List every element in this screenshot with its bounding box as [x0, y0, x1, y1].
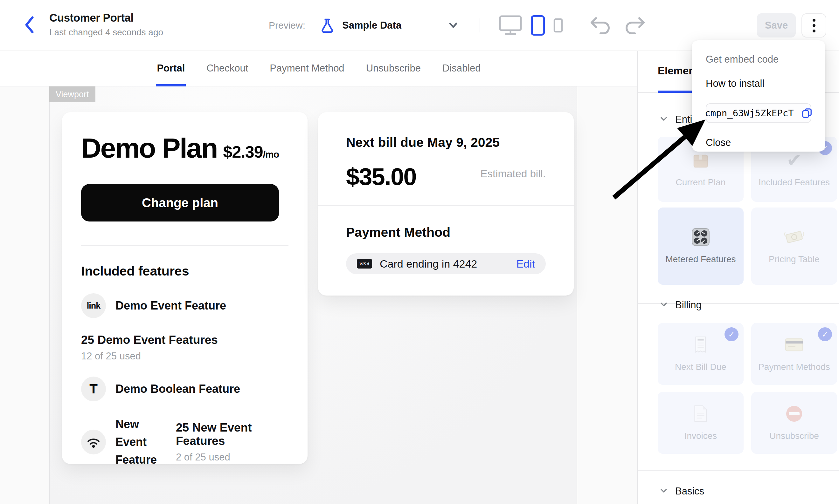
copy-icon[interactable]: [802, 108, 812, 119]
tab-payment-method[interactable]: Payment Method: [269, 51, 345, 86]
current-plan-card: Demo Plan $2.39/mo Change plan Included …: [62, 112, 308, 464]
feature-row-event: link Demo Event Feature: [81, 293, 289, 318]
card-ending-label: Card ending in 4242: [380, 258, 477, 270]
visa-icon: VISA: [357, 259, 372, 269]
header-divider: [479, 18, 480, 32]
menu-item-how-to-install[interactable]: How to install: [706, 78, 811, 89]
tile-invoices[interactable]: Invoices: [658, 392, 744, 454]
change-plan-button[interactable]: Change plan: [81, 184, 279, 221]
included-features-heading: Included features: [81, 264, 289, 279]
redo-icon[interactable]: [623, 16, 646, 35]
next-bill-title: Next bill due May 9, 2025: [346, 135, 546, 150]
no-entry-icon: [785, 403, 803, 424]
history-group: [589, 0, 646, 51]
undo-icon[interactable]: [589, 16, 612, 35]
tablet-view-icon[interactable]: [530, 15, 545, 36]
feature-row-new-event: New Event Feature 25 New Event Features …: [81, 415, 289, 468]
tile-unsubscribe[interactable]: Unsubscribe: [751, 392, 837, 454]
tab-unsubscribe[interactable]: Unsubscribe: [365, 51, 422, 86]
embed-code-field[interactable]: cmpn_63Wj5ZkEPcT: [706, 103, 811, 123]
enabled-check-badge: ✓: [818, 327, 832, 341]
money-icon: [784, 227, 804, 247]
kebab-dot: [812, 19, 816, 22]
edit-card-link[interactable]: Edit: [516, 258, 535, 270]
usage-text: 12 of 25 used: [81, 350, 289, 362]
plan-period: /mo: [263, 149, 279, 160]
kebab-dot: [812, 30, 816, 32]
checkmark-icon: ✔: [787, 150, 802, 170]
preview-value: Sample Data: [342, 20, 401, 31]
receipt-icon: [693, 335, 708, 355]
title-block: Customer Portal Last changed 4 seconds a…: [49, 12, 163, 37]
next-bill-card: Next bill due May 9, 2025 $35.00 Estimat…: [318, 112, 574, 295]
viewport-badge: Viewport: [49, 87, 95, 102]
usage-text: 2 of 25 used: [176, 452, 289, 463]
payment-card-row: VISA Card ending in 4242 Edit: [346, 253, 546, 274]
preview-label: Preview:: [269, 20, 305, 31]
wifi-icon: [81, 430, 106, 454]
payment-method-heading: Payment Method: [346, 225, 546, 240]
flask-icon: [320, 18, 334, 33]
boolean-feature-avatar: T: [81, 377, 106, 401]
chevron-down-icon: [660, 488, 668, 495]
page-tab-bar: Portal Checkout Payment Method Unsubscri…: [0, 51, 638, 87]
mobile-view-icon[interactable]: [554, 18, 563, 33]
editor-canvas: Viewport Demo Plan $2.39/mo Change plan …: [0, 87, 638, 504]
control-knobs-icon: [691, 227, 711, 247]
document-icon: [693, 403, 709, 424]
device-toggle-group: [499, 0, 563, 51]
page-title: Customer Portal: [49, 12, 163, 24]
estimated-bill-note: Estimated bill.: [480, 168, 546, 180]
tile-next-bill-due[interactable]: ✓ Next Bill Due: [658, 323, 744, 385]
link-feature-avatar: link: [81, 293, 106, 318]
desktop-view-icon[interactable]: [499, 15, 522, 36]
tile-payment-methods[interactable]: ✓ Payment Methods: [751, 323, 837, 385]
menu-item-get-embed-code[interactable]: Get embed code: [706, 54, 811, 65]
section-basics[interactable]: Basics: [660, 486, 704, 497]
enabled-check-badge: ✓: [724, 327, 738, 341]
menu-item-close[interactable]: Close: [706, 137, 811, 148]
header-divider: [569, 18, 569, 32]
chevron-down-icon: [449, 22, 458, 29]
chevron-down-icon: [660, 302, 668, 309]
preview-viewport: Viewport Demo Plan $2.39/mo Change plan …: [49, 87, 577, 504]
tab-disabled[interactable]: Disabled: [441, 51, 482, 86]
back-button[interactable]: [23, 16, 36, 35]
section-billing[interactable]: Billing: [660, 299, 702, 311]
tab-portal[interactable]: Portal: [156, 51, 186, 86]
back-chevron-icon: [24, 16, 35, 35]
feature-row-metered: 25 Demo Event Features 12 of 25 used: [81, 334, 289, 362]
preview-selector[interactable]: Preview: Sample Data: [269, 0, 458, 51]
save-button[interactable]: Save: [757, 13, 796, 37]
chevron-down-icon: [660, 116, 668, 123]
sidebar-divider: [638, 470, 839, 471]
embed-code-value: cmpn_63Wj5ZkEPcT: [705, 108, 793, 119]
tile-pricing-table[interactable]: Pricing Table: [751, 208, 837, 285]
plan-price: $2.39/mo: [223, 142, 279, 161]
bill-amount: $35.00: [346, 163, 416, 190]
credit-card-icon: [785, 335, 804, 355]
more-options-button[interactable]: [802, 13, 826, 37]
more-options-menu: Get embed code How to install cmpn_63Wj5…: [692, 40, 825, 151]
tile-metered-features[interactable]: Metered Features: [658, 208, 744, 285]
last-changed-text: Last changed 4 seconds ago: [49, 27, 163, 37]
tab-checkout[interactable]: Checkout: [206, 51, 249, 86]
plan-name: Demo Plan: [81, 132, 217, 164]
package-icon: [691, 150, 710, 170]
kebab-dot: [812, 24, 816, 27]
feature-row-boolean: T Demo Boolean Feature: [81, 377, 289, 401]
